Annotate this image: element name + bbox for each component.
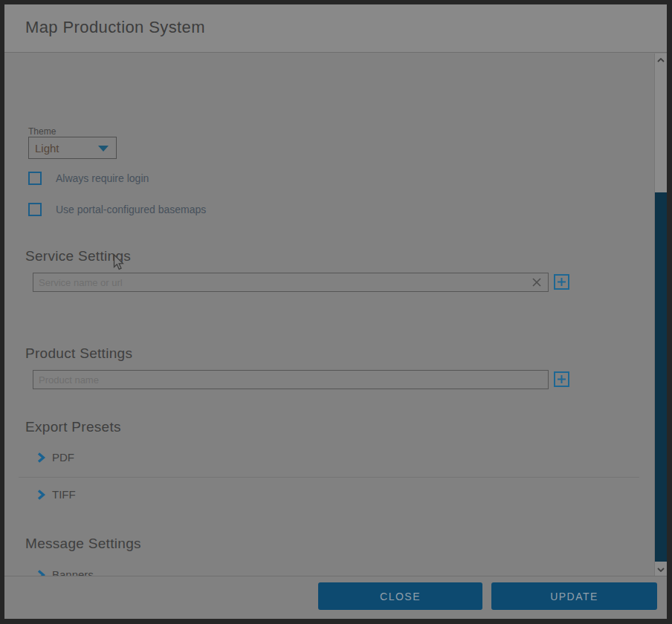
plus-icon <box>558 278 566 286</box>
update-button[interactable]: UPDATE <box>491 582 657 610</box>
theme-select[interactable]: Light <box>28 137 117 159</box>
chevron-down-icon <box>657 568 665 572</box>
portal-basemaps-label: Use portal-configured basemaps <box>56 204 206 215</box>
chevron-right-icon <box>37 452 45 463</box>
scrollbar-thumb[interactable] <box>655 192 667 562</box>
close-button[interactable]: CLOSE <box>318 582 482 610</box>
theme-label: Theme <box>28 126 56 137</box>
portal-basemaps-checkbox[interactable] <box>28 203 42 216</box>
export-preset-pdf-label: PDF <box>52 451 74 464</box>
export-preset-tiff-label: TIFF <box>52 488 76 501</box>
map-production-dialog: Map Production System Theme Light Always… <box>4 4 667 619</box>
dialog-header: Map Production System <box>4 4 667 53</box>
service-name-input[interactable] <box>33 273 549 292</box>
product-settings-heading: Product Settings <box>25 345 132 362</box>
export-presets-divider <box>19 477 639 478</box>
always-require-login-checkbox[interactable] <box>28 172 42 185</box>
export-presets-heading: Export Presets <box>25 419 121 435</box>
scroll-down-button[interactable] <box>655 563 667 576</box>
chevron-down-icon <box>98 146 109 152</box>
plus-icon <box>558 375 566 383</box>
clear-service-icon[interactable] <box>531 276 543 288</box>
message-settings-heading: Message Settings <box>25 536 141 552</box>
scroll-up-button[interactable] <box>655 53 667 66</box>
dialog-title: Map Production System <box>25 18 205 37</box>
add-product-button[interactable] <box>554 371 569 387</box>
add-service-button[interactable] <box>554 274 569 290</box>
product-name-input[interactable] <box>33 370 549 389</box>
dialog-footer: CLOSE UPDATE <box>4 576 667 619</box>
chevron-right-icon <box>37 490 45 500</box>
service-settings-heading: Service Settings <box>25 248 131 264</box>
dialog-content: Theme Light Always require login Use por… <box>4 53 667 576</box>
theme-select-value: Light <box>35 142 59 155</box>
always-require-login-label: Always require login <box>56 172 149 184</box>
chevron-up-icon <box>657 58 665 62</box>
vertical-scrollbar[interactable] <box>654 53 667 576</box>
